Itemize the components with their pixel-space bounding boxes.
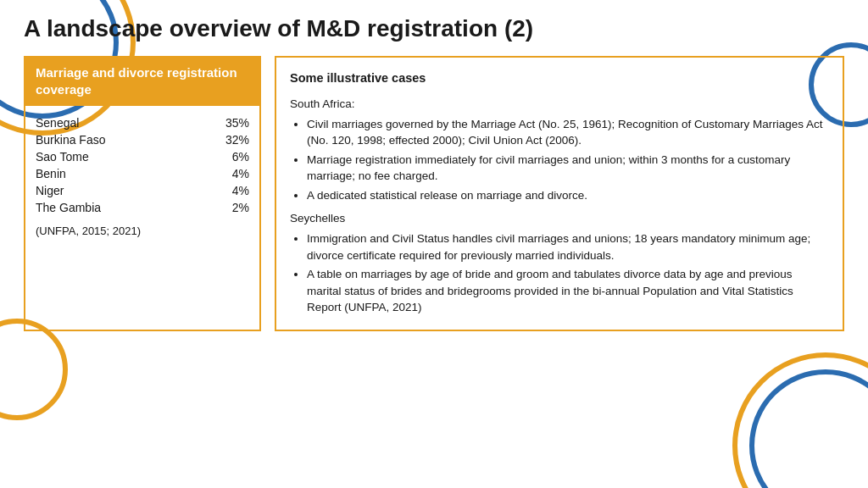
page-title: A landscape overview of M&D registration… bbox=[24, 15, 844, 42]
right-panel: Some illustrative cases South Africa:Civ… bbox=[275, 56, 844, 331]
bullet-list-1: Immigration and Civil Status handles civ… bbox=[290, 230, 829, 316]
coverage-row: Niger4% bbox=[36, 182, 249, 199]
coverage-table: Senegal35%Burkina Faso32%Sao Tome6%Benin… bbox=[36, 114, 249, 216]
coverage-pct: 35% bbox=[207, 116, 249, 130]
coverage-pct: 32% bbox=[207, 133, 249, 147]
bullet-item-0-2: A dedicated statistical release on marri… bbox=[307, 187, 829, 204]
bullet-list-0: Civil marriages governed by the Marriage… bbox=[290, 116, 829, 204]
right-panel-content: South Africa:Civil marriages governed by… bbox=[290, 96, 829, 316]
section-heading-1: Seychelles bbox=[290, 210, 829, 227]
coverage-row: Burkina Faso32% bbox=[36, 131, 249, 148]
coverage-country: Niger bbox=[36, 184, 207, 197]
left-panel-header: Marriage and divorce registration covera… bbox=[25, 58, 259, 106]
deco-circle-blue-bottom-right bbox=[749, 369, 868, 488]
bullet-item-0-1: Marriage registration immediately for ci… bbox=[307, 152, 829, 185]
coverage-row: The Gambia2% bbox=[36, 199, 249, 216]
coverage-row: Benin4% bbox=[36, 165, 249, 182]
coverage-pct: 6% bbox=[207, 150, 249, 164]
right-panel-title: Some illustrative cases bbox=[290, 69, 829, 87]
section-heading-0: South Africa: bbox=[290, 96, 829, 113]
coverage-source: (UNFPA, 2015; 2021) bbox=[36, 225, 249, 237]
coverage-pct: 2% bbox=[207, 201, 249, 214]
coverage-row: Sao Tome6% bbox=[36, 148, 249, 165]
coverage-country: Benin bbox=[36, 167, 207, 180]
coverage-pct: 4% bbox=[207, 167, 249, 180]
coverage-country: Senegal bbox=[36, 116, 207, 130]
main-layout: Marriage and divorce registration covera… bbox=[24, 56, 844, 331]
coverage-country: The Gambia bbox=[36, 201, 207, 214]
bullet-item-1-1: A table on marriages by age of bride and… bbox=[307, 266, 829, 316]
bullet-item-0-0: Civil marriages governed by the Marriage… bbox=[307, 116, 829, 149]
coverage-country: Sao Tome bbox=[36, 150, 207, 164]
left-panel-body: Senegal35%Burkina Faso32%Sao Tome6%Benin… bbox=[25, 106, 259, 244]
coverage-row: Senegal35% bbox=[36, 114, 249, 131]
coverage-country: Burkina Faso bbox=[36, 133, 207, 147]
left-panel: Marriage and divorce registration covera… bbox=[24, 56, 261, 331]
coverage-pct: 4% bbox=[207, 184, 249, 197]
deco-circle-gold-bottom-right bbox=[732, 352, 868, 488]
bullet-item-1-0: Immigration and Civil Status handles civ… bbox=[307, 230, 829, 263]
